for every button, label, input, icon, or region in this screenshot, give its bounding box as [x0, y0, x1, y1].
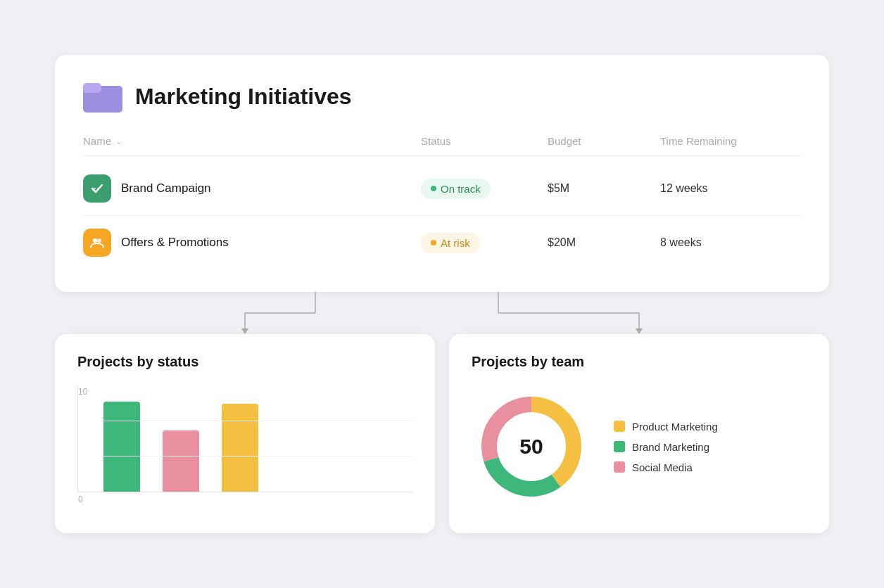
svg-marker-8 [241, 328, 248, 334]
col-time: Time Remaining [660, 135, 801, 147]
row-icon-offers [83, 229, 111, 257]
table-row[interactable]: Offers & Promotions At risk $20M 8 weeks [83, 216, 801, 269]
legend-color-brand [614, 441, 625, 452]
legend-color-product [614, 421, 625, 432]
col-budget: Budget [548, 135, 660, 147]
status-badge-atrisk: At risk [421, 233, 548, 253]
grid-line [103, 421, 412, 421]
legend-color-social [614, 461, 625, 473]
bar-chart: 10 0 [77, 387, 412, 513]
col-name: Name ⌄ [83, 135, 421, 147]
grid-line [103, 456, 412, 456]
bar-chart-inner: 10 0 [77, 387, 412, 492]
col-status: Status [421, 135, 548, 147]
legend-item-brand: Brand Marketing [614, 441, 718, 453]
time-cell: 8 weeks [660, 236, 801, 249]
chart-legend: Product Marketing Brand Marketing Social… [614, 421, 718, 473]
legend-label-brand: Brand Marketing [632, 441, 709, 453]
legend-item-product: Product Marketing [614, 421, 718, 433]
status-dot [431, 240, 436, 245]
donut-chart-card: Projects by team 50 [449, 334, 829, 533]
y-label: 10 [78, 387, 87, 421]
donut-center-value: 50 [519, 435, 543, 459]
svg-marker-12 [636, 328, 643, 334]
svg-point-4 [97, 238, 101, 243]
row-icon-brand [83, 174, 111, 203]
legend-item-social: Social Media [614, 461, 718, 473]
row-name-cell: Brand Campaign [83, 174, 421, 203]
status-dot [431, 186, 436, 191]
main-wrapper: Marketing Initiatives Name ⌄ Status Budg… [55, 55, 829, 533]
page-title: Marketing Initiatives [135, 84, 352, 110]
bar-on-track [103, 402, 140, 492]
status-badge-ontrack: On track [421, 179, 548, 199]
table-row[interactable]: Brand Campaign On track $5M 12 weeks [83, 162, 801, 216]
bar-at-risk [163, 430, 199, 492]
donut-chart: 50 [472, 387, 591, 506]
data-table: Name ⌄ Status Budget Time Remaining Br [83, 135, 801, 269]
row-name-label: Offers & Promotions [121, 236, 229, 250]
y-label: 0 [78, 494, 83, 504]
svg-rect-1 [83, 83, 101, 93]
donut-section: 50 Product Marketing Brand Marketing Soc… [472, 387, 807, 506]
bottom-row: Projects by status 10 0 Projects by te [55, 334, 829, 533]
row-name-label: Brand Campaign [121, 181, 211, 196]
donut-chart-title: Projects by team [472, 354, 807, 370]
top-card: Marketing Initiatives Name ⌄ Status Budg… [55, 55, 829, 292]
table-header: Name ⌄ Status Budget Time Remaining [83, 135, 801, 156]
bar-chart-title: Projects by status [77, 354, 412, 370]
budget-cell: $20M [548, 236, 660, 249]
connector-lines [55, 292, 829, 334]
legend-label-social: Social Media [632, 461, 693, 473]
time-cell: 12 weeks [660, 182, 801, 195]
bar-chart-card: Projects by status 10 0 [55, 334, 435, 533]
chevron-down-icon: ⌄ [115, 136, 122, 146]
row-name-cell: Offers & Promotions [83, 229, 421, 257]
budget-cell: $5M [548, 182, 660, 195]
card-header: Marketing Initiatives [83, 77, 801, 115]
svg-point-3 [93, 238, 97, 243]
legend-label-product: Product Marketing [632, 421, 718, 433]
bar-other [222, 404, 258, 492]
folder-icon [83, 77, 122, 115]
